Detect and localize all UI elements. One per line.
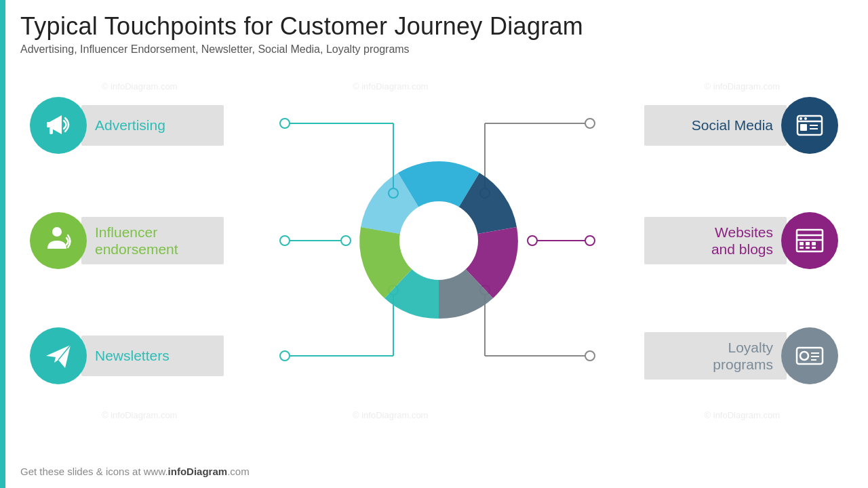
influencer-circle <box>30 212 87 269</box>
newsletters-icon <box>41 338 76 373</box>
advertising-icon <box>41 108 75 142</box>
loyalty-icon <box>792 338 827 373</box>
loyalty-item: Loyaltyprograms <box>644 327 838 384</box>
svg-rect-42 <box>800 247 804 249</box>
influencer-item: Influencerendorsement <box>30 212 224 269</box>
influencer-label: Influencerendorsement <box>95 224 178 258</box>
footer-text-2: .com <box>227 466 250 477</box>
svg-point-32 <box>804 117 807 120</box>
loyalty-circle <box>781 327 838 384</box>
newsletters-label-box: Newsletters <box>81 336 224 376</box>
social-media-item: Social Media <box>644 97 838 154</box>
websites-label-box: Websitesand blogs <box>644 217 787 264</box>
influencer-icon <box>41 223 76 258</box>
svg-rect-33 <box>800 124 807 131</box>
social-media-icon <box>792 108 827 143</box>
advertising-item: Advertising <box>30 97 224 154</box>
svg-rect-43 <box>806 247 810 249</box>
websites-label: Websitesand blogs <box>711 224 773 258</box>
main-diagram: © infoDiagram.com © infoDiagram.com © in… <box>20 75 848 454</box>
footer-brand: infoDiagram <box>168 466 228 477</box>
newsletters-circle <box>30 327 87 384</box>
svg-point-46 <box>800 352 808 360</box>
svg-marker-27 <box>46 345 71 368</box>
footer-text-1: Get these slides & icons at www. <box>20 466 168 477</box>
svg-point-26 <box>52 227 62 237</box>
newsletters-label: Newsletters <box>95 348 170 364</box>
social-media-circle <box>781 97 838 154</box>
svg-point-21 <box>585 351 595 361</box>
svg-point-22 <box>399 201 478 280</box>
svg-point-31 <box>800 117 802 120</box>
loyalty-label-box: Loyaltyprograms <box>644 332 787 380</box>
page-title: Typical Touchpoints for Customer Journey… <box>20 12 848 41</box>
svg-rect-24 <box>47 122 51 127</box>
svg-point-3 <box>280 119 290 128</box>
advertising-circle <box>30 97 87 154</box>
advertising-label: Advertising <box>95 117 165 134</box>
svg-rect-40 <box>806 242 810 245</box>
loyalty-label: Loyaltyprograms <box>713 339 773 373</box>
social-media-label-box: Social Media <box>644 105 787 146</box>
svg-point-5 <box>341 236 351 245</box>
websites-icon <box>792 223 827 258</box>
svg-rect-39 <box>800 242 804 245</box>
header: Typical Touchpoints for Customer Journey… <box>20 12 848 56</box>
svg-rect-44 <box>812 247 816 249</box>
svg-point-14 <box>585 119 595 128</box>
svg-point-10 <box>280 351 290 361</box>
svg-rect-25 <box>50 127 53 134</box>
svg-rect-41 <box>812 242 816 245</box>
page-subtitle: Advertising, Influencer Endorsement, New… <box>20 43 848 56</box>
advertising-label-box: Advertising <box>81 105 224 146</box>
svg-point-16 <box>528 236 537 245</box>
svg-point-6 <box>280 236 290 245</box>
websites-item: Websitesand blogs <box>644 212 838 269</box>
influencer-label-box: Influencerendorsement <box>81 217 224 264</box>
websites-circle <box>781 212 838 269</box>
newsletters-item: Newsletters <box>30 327 224 384</box>
footer: Get these slides & icons at www.infoDiag… <box>20 466 848 477</box>
social-media-label: Social Media <box>692 117 773 134</box>
svg-point-17 <box>585 236 595 245</box>
accent-bar <box>0 0 5 488</box>
